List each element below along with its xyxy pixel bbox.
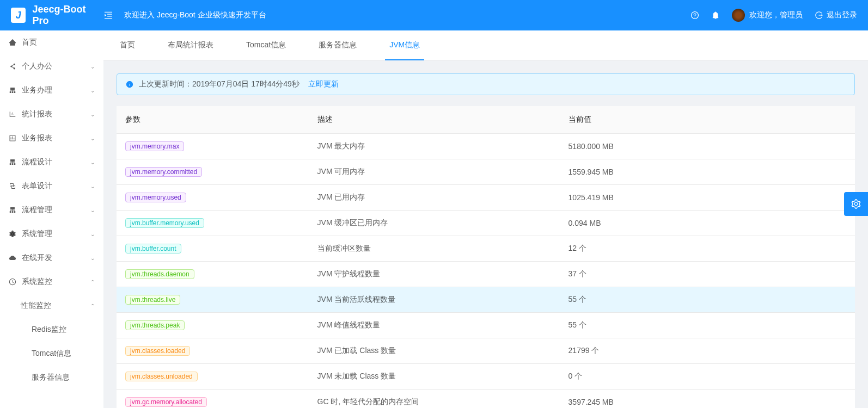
cell-desc: JVM 已加载 Class 数量 [309,338,560,364]
sidebar-item-label: 流程管理 [22,205,90,215]
param-tag: jvm.buffer.memory.used [125,218,204,228]
sidebar-item[interactable]: 首页 [0,30,103,54]
sidebar-item[interactable]: 系统监控⌃ [0,270,103,294]
chevron-down-icon: ⌄ [90,183,95,189]
param-tag: jvm.buffer.count [125,244,181,254]
user-greeting: 欢迎您，管理员 [749,10,803,20]
sidebar-item[interactable]: 个人办公⌄ [0,54,103,78]
sidebar-item[interactable]: 流程设计⌄ [0,150,103,174]
sidebar-subitem[interactable]: 性能监控⌃ [0,294,103,318]
sidebar-subitem[interactable]: Redis监控 [0,318,103,342]
sidebar: 首页个人办公⌄业务办理⌄统计报表⌄业务报表⌄流程设计⌄表单设计⌄流程管理⌄系统管… [0,30,103,408]
cluster-icon [9,206,16,214]
table-row[interactable]: jvm.threads.daemonJVM 守护线程数量37 个 [117,262,855,287]
th-desc: 描述 [309,106,560,134]
sidebar-item[interactable]: 业务办理⌄ [0,78,103,102]
tab[interactable]: Tomcat信息 [246,30,286,60]
cell-value: 3597.245 MB [560,390,855,409]
logout-label: 退出登录 [827,10,857,20]
tab[interactable]: 布局统计报表 [168,30,213,60]
table-row[interactable]: jvm.buffer.count当前缓冲区数量12 个 [117,236,855,262]
logo-icon: J [11,8,26,23]
param-tag: jvm.threads.daemon [125,269,194,279]
chevron-down-icon: ⌄ [90,231,95,237]
tab[interactable]: JVM信息 [389,30,420,60]
barchart-icon [9,110,16,118]
sidebar-item[interactable]: 流程管理⌄ [0,198,103,222]
table-row[interactable]: jvm.memory.maxJVM 最大内存5180.000 MB [117,134,855,159]
content: 首页布局统计报表Tomcat信息服务器信息JVM信息 上次更新时间：2019年0… [103,30,868,408]
chevron-up-icon: ⌃ [90,303,95,309]
sidebar-item[interactable]: 表单设计⌄ [0,174,103,198]
param-tag: jvm.classes.loaded [125,346,190,356]
sidebar-item[interactable]: 业务报表⌄ [0,126,103,150]
table-row[interactable]: jvm.classes.loadedJVM 已加载 Class 数量21799 … [117,338,855,364]
chevron-down-icon: ⌄ [90,112,95,118]
block-icon [9,182,16,190]
sidebar-subitem[interactable]: 服务器信息 [0,366,103,390]
cell-value: 0.094 MB [560,211,855,236]
th-value: 当前值 [560,106,855,134]
bell-icon[interactable] [711,11,720,20]
sidebar-item-label: 表单设计 [22,181,90,191]
gear-icon [851,199,861,209]
param-tag: jvm.memory.max [125,141,184,151]
update-now-link[interactable]: 立即更新 [308,79,339,89]
cell-value: 1025.419 MB [560,185,855,211]
tab[interactable]: 服务器信息 [319,30,357,60]
param-tag: jvm.memory.committed [125,167,202,177]
cell-desc: JVM 缓冲区已用内存 [309,211,560,236]
sidebar-item[interactable]: 在线开发⌄ [0,246,103,270]
sidebar-item[interactable]: 系统管理⌄ [0,222,103,246]
param-tag: jvm.memory.used [125,193,186,202]
cell-value: 21799 个 [560,338,855,364]
jvm-table: 参数 描述 当前值 jvm.memory.maxJVM 最大内存5180.000… [117,106,855,408]
settings-drawer-trigger[interactable] [844,192,868,216]
menu-fold-icon[interactable] [103,10,113,20]
logo[interactable]: J Jeecg-Boot Pro [11,4,103,27]
dashboard-icon [9,278,16,286]
tab[interactable]: 首页 [120,30,135,60]
table-row[interactable]: jvm.memory.usedJVM 已用内存1025.419 MB [117,185,855,211]
help-icon[interactable] [690,11,699,20]
sidebar-item-label: Redis监控 [32,325,95,335]
cell-value: 55 个 [560,313,855,338]
chevron-down-icon: ⌄ [90,64,95,70]
home-icon [9,39,16,46]
sidebar-item[interactable]: 统计报表⌄ [0,102,103,126]
cell-value: 55 个 [560,287,855,313]
logout-button[interactable]: 退出登录 [815,10,857,20]
chevron-up-icon: ⌃ [90,279,95,285]
th-param: 参数 [117,106,309,134]
sidebar-subitem[interactable]: Tomcat信息 [0,342,103,366]
user-menu[interactable]: 欢迎您，管理员 [732,9,803,22]
chevron-down-icon: ⌄ [90,135,95,141]
sidebar-item-label: 性能监控 [21,301,90,311]
cell-desc: JVM 守护线程数量 [309,262,560,287]
cell-desc: JVM 峰值线程数量 [309,313,560,338]
deployment-icon [9,158,16,166]
alert-info: 上次更新时间：2019年07月04日 17时44分49秒 立即更新 [117,73,855,95]
sidebar-item-label: 流程设计 [22,157,90,167]
header-right: 欢迎您，管理员 退出登录 [690,9,857,22]
welcome-text: 欢迎进入 Jeecg-Boot 企业级快速开发平台 [124,10,266,20]
sidebar-item-label: 首页 [22,38,95,47]
chevron-down-icon: ⌄ [90,159,95,165]
table-row[interactable]: jvm.classes.unloadedJVM 未加载 Class 数量0 个 [117,364,855,390]
param-tag: jvm.classes.unloaded [125,372,198,381]
table-row[interactable]: jvm.memory.committedJVM 可用内存1559.945 MB [117,159,855,185]
alert-text: 上次更新时间：2019年07月04日 17时44分49秒 [139,79,299,89]
table-row[interactable]: jvm.threads.peakJVM 峰值线程数量55 个 [117,313,855,338]
table-row[interactable]: jvm.threads.liveJVM 当前活跃线程数量55 个 [117,287,855,313]
table-row[interactable]: jvm.gc.memory.allocatedGC 时, 年轻代分配的内存空间3… [117,390,855,409]
table-row[interactable]: jvm.buffer.memory.usedJVM 缓冲区已用内存0.094 M… [117,211,855,236]
app-header: J Jeecg-Boot Pro 欢迎进入 Jeecg-Boot 企业级快速开发… [0,0,868,30]
share-icon [9,63,16,70]
control-icon [9,134,16,142]
sidebar-item-label: 系统管理 [22,229,90,239]
chevron-down-icon: ⌄ [90,255,95,261]
cell-desc: JVM 当前活跃线程数量 [309,287,560,313]
sidebar-item-label: 业务办理 [22,85,90,95]
setting-icon [9,230,16,238]
info-icon [126,81,133,88]
